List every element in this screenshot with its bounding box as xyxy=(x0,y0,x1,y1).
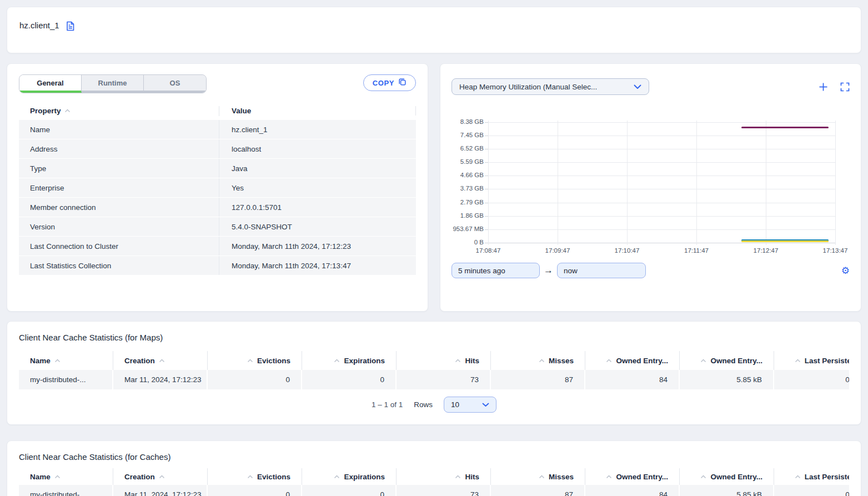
cell: 0 xyxy=(302,370,397,389)
property-column-header[interactable]: Property xyxy=(19,107,219,115)
cell: 5.85 kB xyxy=(680,370,774,389)
column-header-evictions[interactable]: Evictions xyxy=(208,351,302,370)
column-label: Owned Entry... xyxy=(710,357,762,365)
column-label: Misses xyxy=(549,473,574,481)
property-name: Last Statistics Collection xyxy=(19,256,219,275)
column-label: Creation xyxy=(124,473,155,481)
rows-per-page-value: 10 xyxy=(451,400,459,409)
gridline xyxy=(488,149,835,149)
property-value: hz.client_1 xyxy=(219,120,416,139)
chevron-down-icon xyxy=(634,83,641,91)
time-to-input[interactable] xyxy=(557,263,646,278)
property-row: Last Statistics CollectionMonday, March … xyxy=(19,256,416,275)
cell: Mar 11, 2024, 17:12:23 xyxy=(113,485,208,496)
gridline xyxy=(696,121,697,245)
rows-per-page-select[interactable]: 10 xyxy=(444,397,496,413)
details-tabs: GeneralRuntimeOS xyxy=(19,74,207,93)
column-label: Owned Entry... xyxy=(616,357,668,365)
column-header-name[interactable]: Name xyxy=(19,468,113,485)
sort-caret-icon xyxy=(606,359,612,363)
column-label: Name xyxy=(30,357,51,365)
y-tick-label: 8.38 GB xyxy=(447,118,484,125)
stat-table-header: NameCreationEvictionsExpirationsHitsMiss… xyxy=(19,468,849,485)
chevron-down-icon xyxy=(482,400,489,409)
column-header-last-persiste[interactable]: Last Persiste... xyxy=(774,468,849,485)
column-header-creation[interactable]: Creation xyxy=(113,351,208,370)
tab-os[interactable]: OS xyxy=(144,75,206,93)
maps-pagination: 1 – 1 of 1 Rows 10 xyxy=(19,397,849,413)
copy-button-label: COPY xyxy=(373,79,394,87)
sort-caret-icon xyxy=(54,359,61,363)
sort-caret-icon xyxy=(700,475,706,479)
tab-runtime[interactable]: Runtime xyxy=(82,75,144,93)
property-name: Member connection xyxy=(19,198,219,217)
caches-table: NameCreationEvictionsExpirationsHitsMiss… xyxy=(19,468,849,496)
property-name: Last Connection to Cluster xyxy=(19,237,219,255)
column-label: Last Persiste... xyxy=(805,473,849,481)
column-label: Name xyxy=(30,473,51,481)
column-label: Hits xyxy=(465,357,479,365)
metric-selector[interactable]: Heap Memory Utilization (Manual Selec... xyxy=(451,78,649,95)
column-label: Owned Entry... xyxy=(710,473,762,481)
time-from-input[interactable] xyxy=(451,263,540,278)
near-cache-caches-card: Client Near Cache Statistics (for Caches… xyxy=(7,440,861,496)
y-tick-label: 953.67 MB xyxy=(447,226,484,232)
cell: Mar 11, 2024, 17:12:23 xyxy=(113,370,208,389)
sort-caret-icon xyxy=(64,109,71,113)
tab-general[interactable]: General xyxy=(19,75,82,93)
copy-button[interactable]: COPY xyxy=(363,74,416,91)
column-label: Last Persiste... xyxy=(805,357,849,365)
gear-icon[interactable]: ⚙ xyxy=(841,266,850,275)
gridline xyxy=(488,203,835,203)
y-tick-label: 7.45 GB xyxy=(447,132,484,138)
property-row: TypeJava xyxy=(19,159,416,178)
property-row: Addresslocalhost xyxy=(19,139,416,159)
column-header-owned-entry[interactable]: Owned Entry... xyxy=(585,351,680,370)
property-name: Type xyxy=(19,159,219,178)
column-header-evictions[interactable]: Evictions xyxy=(208,468,302,485)
table-row[interactable]: my-distributed-...Mar 11, 2024, 17:12:23… xyxy=(19,485,849,496)
document-icon[interactable] xyxy=(65,21,76,32)
column-header-hits[interactable]: Hits xyxy=(397,468,491,485)
page-range: 1 – 1 of 1 xyxy=(372,400,403,409)
y-tick-label: 0 B xyxy=(447,239,484,246)
fullscreen-icon[interactable] xyxy=(840,82,850,92)
column-header-expirations[interactable]: Expirations xyxy=(302,468,397,485)
gridline xyxy=(488,122,835,123)
column-label: Creation xyxy=(124,357,155,365)
property-name: Version xyxy=(19,217,219,236)
column-header-misses[interactable]: Misses xyxy=(491,351,585,370)
cell: 84 xyxy=(585,370,680,389)
y-tick-label: 1.86 GB xyxy=(447,212,484,219)
x-tick-label: 17:10:47 xyxy=(615,247,640,254)
column-header-hits[interactable]: Hits xyxy=(397,351,491,370)
gridline xyxy=(766,121,766,245)
property-row: Version5.4.0-SNAPSHOT xyxy=(19,217,416,237)
property-row: Namehz.client_1 xyxy=(19,120,416,139)
sort-caret-icon xyxy=(247,475,253,479)
column-header-misses[interactable]: Misses xyxy=(491,468,585,485)
sort-caret-icon xyxy=(247,359,253,363)
column-header-last-persiste[interactable]: Last Persiste... xyxy=(774,351,849,370)
column-header-owned-entry[interactable]: Owned Entry... xyxy=(680,351,774,370)
property-value: localhost xyxy=(219,139,416,158)
table-row[interactable]: my-distributed-...Mar 11, 2024, 17:12:23… xyxy=(19,370,849,389)
column-header-owned-entry[interactable]: Owned Entry... xyxy=(585,468,680,485)
plus-icon[interactable] xyxy=(819,82,828,92)
sort-caret-icon xyxy=(54,475,61,479)
cell: 84 xyxy=(585,485,680,496)
sort-caret-icon xyxy=(159,359,165,363)
sort-caret-icon xyxy=(700,359,706,363)
column-header-creation[interactable]: Creation xyxy=(113,468,208,485)
x-tick-label: 17:09:47 xyxy=(545,247,570,254)
sort-caret-icon xyxy=(795,359,801,363)
column-header-expirations[interactable]: Expirations xyxy=(302,351,397,370)
x-tick-label: 17:13:47 xyxy=(823,247,848,254)
cell: 73 xyxy=(397,370,491,389)
column-header-name[interactable]: Name xyxy=(19,351,113,370)
column-header-owned-entry[interactable]: Owned Entry... xyxy=(680,468,774,485)
column-label: Expirations xyxy=(344,473,385,481)
rows-label: Rows xyxy=(414,400,433,409)
column-label: Evictions xyxy=(257,357,290,365)
caches-section-title: Client Near Cache Statistics (for Caches… xyxy=(19,452,849,462)
